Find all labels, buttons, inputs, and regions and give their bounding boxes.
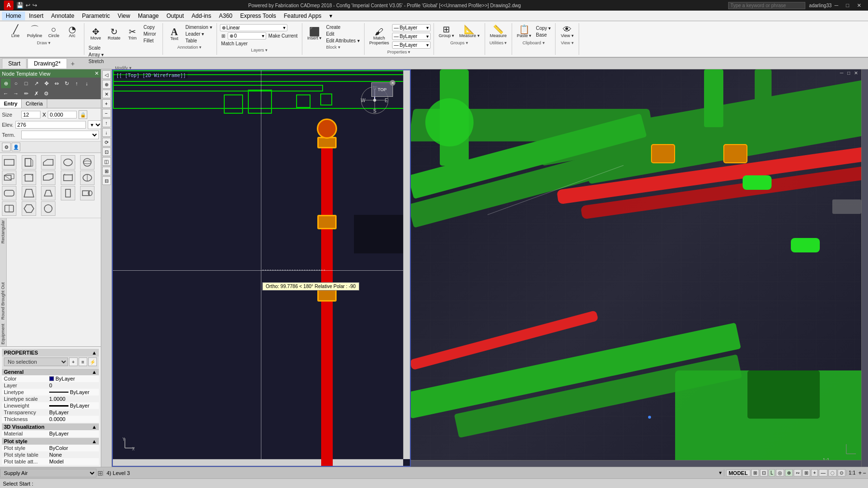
ducs-toggle[interactable]: ⊞ [802, 469, 810, 476]
polyline-button[interactable]: ⌒Polyline [25, 24, 44, 40]
nav-5[interactable]: − [102, 109, 111, 118]
measure-button[interactable]: 📐Measure ▾ [457, 24, 482, 40]
nav-11[interactable]: ⊞ [102, 167, 111, 175]
window-controls[interactable]: ─ □ ✕ [832, 2, 864, 9]
scale-button[interactable]: Scale [87, 45, 106, 51]
menu-item-express[interactable]: Express Tools [236, 12, 280, 20]
paste-button[interactable]: 📋Paste ▾ [515, 24, 534, 40]
rotate-button[interactable]: ↻Rotate [106, 26, 123, 42]
supply-air-dropdown[interactable]: Supply Air [0, 469, 96, 477]
group-button[interactable]: ⊞Group ▾ [437, 24, 457, 40]
leader-button[interactable]: Leader ▾ [184, 31, 214, 37]
view-button[interactable]: 👁View ▾ [558, 24, 576, 40]
tool-pen[interactable]: ✏ [21, 89, 31, 98]
match-layer-button[interactable]: Match Layer [220, 40, 249, 47]
shape-rect-tall[interactable] [61, 186, 75, 200]
array-button[interactable]: Array ▾ [87, 52, 106, 58]
quick-access-undo[interactable]: ↩ [26, 2, 30, 9]
canvas-3d[interactable]: 1:1 ─ □ ✕ [411, 69, 868, 467]
menu-item-more[interactable]: ▾ [326, 12, 336, 20]
nav-10[interactable]: ◫ [102, 157, 111, 166]
stretch-button[interactable]: Stretch [87, 58, 106, 65]
osnap-toggle[interactable]: ⊕ [785, 469, 793, 476]
menu-item-output[interactable]: Output [163, 12, 188, 20]
nav-4[interactable]: + [102, 99, 111, 108]
scrollbar-h-3d[interactable] [411, 460, 861, 467]
fillet-button[interactable]: Fillet [142, 38, 158, 44]
dimension-button[interactable]: Dimension ▾ [184, 24, 214, 30]
shape-rect-vert2[interactable] [22, 201, 36, 216]
entry-tab[interactable]: Entry [0, 99, 22, 108]
shape-rounded-end[interactable] [80, 186, 95, 200]
menu-item-home[interactable]: Home [2, 12, 25, 20]
layer-dropdown-bottom[interactable]: 4) Level 3 ▾ [103, 470, 724, 476]
size-x-input[interactable] [48, 111, 77, 119]
general-collapse[interactable]: ▲ [92, 369, 97, 375]
menu-item-addins[interactable]: Add-ins [188, 12, 215, 20]
tool-cursor[interactable]: ⊕ [1, 79, 11, 88]
shape-round-rect2[interactable] [22, 186, 36, 200]
nav-7[interactable]: ↓ [102, 128, 111, 137]
grid-toggle[interactable]: ⊞ [751, 469, 759, 476]
nav-1[interactable]: ◁ [102, 70, 111, 79]
sel-cycling-toggle[interactable]: ⊙ [838, 469, 845, 476]
layer-dropdown[interactable]: ⊕ Linear ▾ [220, 24, 287, 31]
insert-button[interactable]: ⬛Insert ▾ [305, 26, 324, 42]
copy-button[interactable]: Copy [142, 24, 158, 30]
base-button[interactable]: Base [534, 32, 552, 38]
tool-mirror[interactable]: ⇔ [52, 79, 61, 88]
nav-2[interactable]: ⊕ [102, 80, 111, 89]
scrollbar-h-2d[interactable] [113, 459, 403, 466]
quick-access-redo[interactable]: ↪ [32, 2, 37, 9]
node-template-close[interactable]: ✕ [95, 70, 99, 77]
quick-access-save[interactable]: 💾 [16, 2, 24, 9]
tool-settings[interactable]: ⚙ [41, 89, 51, 98]
tool-left[interactable]: ← [1, 89, 11, 98]
scrollbar-v-3d[interactable] [861, 69, 868, 467]
tool-box[interactable]: □ [21, 79, 31, 88]
shape-3d-rect5[interactable] [80, 171, 95, 185]
tool-right[interactable]: → [11, 89, 21, 98]
nav-9[interactable]: ⊡ [102, 147, 111, 156]
size-lock-btn[interactable]: 🔒 [79, 110, 87, 119]
layer-num-dropdown[interactable]: ⊕ 0 ▾ [228, 32, 266, 40]
nav-6[interactable]: ↑ [102, 119, 111, 127]
text-button[interactable]: AText [166, 26, 183, 42]
elev-select[interactable]: ▾ [88, 120, 101, 129]
general-section-header[interactable]: General ▲ [2, 369, 99, 375]
plotstyle-collapse[interactable]: ▲ [92, 438, 97, 444]
menu-item-a360[interactable]: A360 [215, 12, 236, 20]
mirror-button[interactable]: Mirror [142, 31, 158, 37]
lineweight-toggle[interactable]: — [819, 469, 827, 476]
menu-item-parametric[interactable]: Parametric [78, 12, 114, 20]
edit-button[interactable]: Edit [325, 31, 361, 37]
make-current-button[interactable]: Make Current [267, 33, 299, 39]
maximize-btn[interactable]: □ [843, 2, 852, 9]
tool-rotate[interactable]: ↻ [62, 79, 71, 88]
sel-add-btn[interactable]: + [69, 357, 78, 366]
tool-move[interactable]: ✥ [41, 79, 51, 88]
menu-item-annotate[interactable]: Annotate [47, 12, 78, 20]
shape-3d-rect1[interactable] [2, 171, 16, 185]
extra-tool-1[interactable]: ⚙ [2, 143, 11, 151]
viz3d-header[interactable]: 3D Visualization ▲ [2, 423, 99, 430]
properties-title[interactable]: PROPERTIES ▲ [2, 349, 99, 356]
menu-item-manage[interactable]: Manage [134, 12, 163, 20]
minimize-btn[interactable]: ─ [832, 2, 841, 9]
canvas-2d[interactable]: [[ [Top] [2D Wireframe]] [112, 69, 411, 467]
term-select[interactable] [21, 131, 99, 139]
clipboard-copy-button[interactable]: Copy ▾ [534, 25, 552, 31]
tool-up[interactable]: ↑ [72, 79, 81, 88]
nav-12[interactable]: ⊟ [102, 176, 111, 185]
shape-3d-rect2[interactable] [22, 171, 36, 185]
plotstyle-header[interactable]: Plot style ▲ [2, 438, 99, 445]
create-button[interactable]: Create [325, 24, 361, 30]
menu-item-featured[interactable]: Featured Apps [280, 12, 326, 20]
menu-item-view[interactable]: View [114, 12, 134, 20]
layer-properties-button[interactable]: ⊞ [220, 33, 227, 39]
bylayer-3-dropdown[interactable]: —ByLayer▾ [392, 41, 431, 49]
otrack-toggle[interactable]: ∾ [794, 469, 801, 476]
3d-max-btn[interactable]: □ [846, 70, 852, 76]
match-properties-button[interactable]: 🖌MatchProperties [367, 26, 391, 47]
3d-close-btn[interactable]: ✕ [853, 70, 859, 76]
